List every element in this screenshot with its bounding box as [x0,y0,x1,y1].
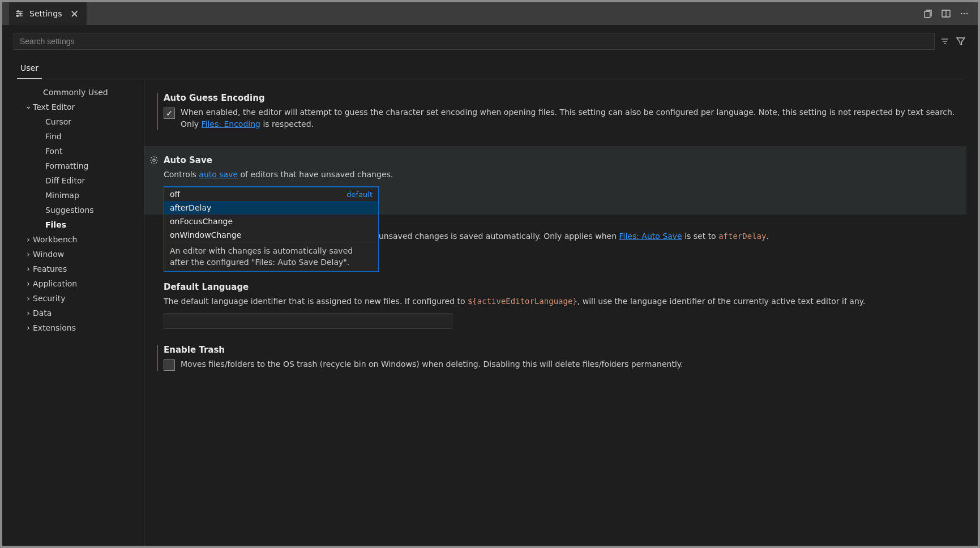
option-on-focus-change[interactable]: onFocusChange [164,215,378,228]
setting-enable-trash: Enable Trash Moves files/folders to the … [164,345,956,371]
link-files-encoding[interactable]: Files: Encoding [202,119,260,129]
tree-cursor[interactable]: Cursor [14,114,144,129]
checkbox-enable-trash[interactable] [164,359,175,371]
link-files-auto-save[interactable]: Files: Auto Save [619,232,682,241]
filter-icon[interactable] [955,36,966,47]
svg-point-11 [966,13,968,14]
tab-settings[interactable]: Settings ✕ [9,2,87,25]
titlebar: Settings ✕ [2,2,978,25]
tree-security[interactable]: Security [14,291,144,306]
settings-content: Auto Guess Encoding When enabled, the ed… [144,79,966,546]
open-settings-json-icon[interactable] [922,8,934,19]
svg-rect-6 [925,11,930,18]
checkbox-auto-guess-encoding[interactable] [164,108,175,119]
scope-tabs: User [14,55,966,79]
tree-minimap[interactable]: Minimap [14,188,144,203]
option-hint: An editor with changes is automatically … [164,242,378,271]
svg-point-15 [153,159,155,161]
tree-extensions[interactable]: Extensions [14,320,144,335]
setting-title: Auto Guess Encoding [164,93,956,103]
setting-description: The default language identifier that is … [164,296,956,307]
svg-point-10 [964,13,965,14]
input-default-language[interactable] [164,313,452,329]
more-actions-icon[interactable] [958,8,970,19]
svg-point-4 [20,13,22,15]
setting-auto-save: Auto Save Controls auto save of editors … [144,146,966,215]
option-after-delay[interactable]: afterDelay [164,201,378,215]
tab-label: Settings [29,9,62,18]
setting-description: Moves files/folders to the OS trash (rec… [181,358,683,370]
setting-title: Auto Save [164,155,956,165]
option-on-window-change[interactable]: onWindowChange [164,228,378,242]
gear-icon[interactable] [149,155,159,165]
tree-window[interactable]: Window [14,247,144,262]
setting-auto-guess-encoding: Auto Guess Encoding When enabled, the ed… [164,93,956,130]
tree-formatting[interactable]: Formatting [14,159,144,173]
search-input[interactable] [14,33,935,50]
tree-find[interactable]: Find [14,129,144,144]
clear-search-icon[interactable] [939,36,951,47]
setting-description: When enabled, the editor will attempt to… [181,106,956,130]
tree-data[interactable]: Data [14,306,144,320]
tree-files[interactable]: Files [14,217,144,232]
scope-user[interactable]: User [17,60,42,79]
svg-point-5 [17,15,19,17]
settings-tab-icon [15,9,24,18]
svg-point-3 [18,11,19,12]
close-icon[interactable]: ✕ [67,8,81,20]
setting-title: Enable Trash [164,345,956,355]
split-editor-icon[interactable] [940,8,952,19]
default-badge: default [346,190,373,199]
tree-font[interactable]: Font [14,144,144,159]
tree-commonly-used[interactable]: Commonly Used [14,85,144,100]
setting-description: Controls auto save of editors that have … [164,169,956,181]
dropdown-auto-save: off default afterDelay onFocusChange onW… [164,187,379,272]
setting-title: Default Language [164,282,956,292]
tree-diff-editor[interactable]: Diff Editor [14,173,144,188]
option-off[interactable]: off default [164,187,378,201]
setting-default-language: Default Language The default language id… [164,282,956,329]
tree-application[interactable]: Application [14,276,144,291]
tree-suggestions[interactable]: Suggestions [14,203,144,217]
tree-text-editor[interactable]: Text Editor [14,100,144,114]
link-auto-save[interactable]: auto save [199,170,238,179]
tree-features[interactable]: Features [14,262,144,276]
svg-point-9 [961,13,962,14]
tree-workbench[interactable]: Workbench [14,232,144,247]
settings-tree: Commonly Used Text Editor Cursor Find Fo… [14,79,144,546]
